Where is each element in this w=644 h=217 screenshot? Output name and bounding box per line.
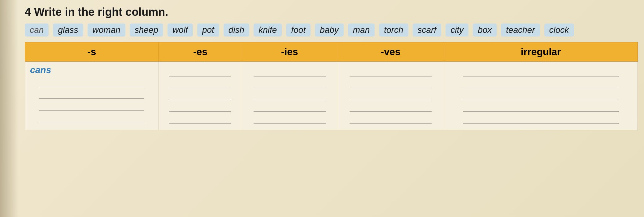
answer-line[interactable]: [463, 91, 619, 100]
answer-line[interactable]: [39, 78, 144, 87]
word-chip-box: box: [473, 24, 497, 37]
column-body-ies: [242, 62, 337, 130]
word-chip-woman: woman: [88, 24, 125, 37]
word-chip-baby: baby: [315, 24, 344, 37]
column-body-s: cans: [25, 62, 159, 130]
example-text: cans: [30, 65, 154, 75]
word-chip-glass: glass: [53, 24, 83, 37]
answer-line[interactable]: [169, 68, 232, 76]
answer-table: -s-es-ies-vesirregular cans: [25, 42, 638, 130]
words-bank: canglasswomansheepwolfpotdishknifefootba…: [25, 24, 638, 37]
answer-line[interactable]: [463, 115, 619, 124]
word-chip-can: can: [25, 24, 49, 37]
answer-line[interactable]: [463, 68, 619, 76]
word-chip-man: man: [348, 24, 375, 37]
exercise-title: 4 Write in the right column.: [25, 3, 638, 19]
word-chip-sheep: sheep: [130, 24, 163, 37]
answer-line[interactable]: [463, 103, 619, 112]
answer-line[interactable]: [350, 115, 432, 124]
answer-line[interactable]: [463, 80, 619, 88]
word-chip-dish: dish: [224, 24, 249, 37]
word-chip-torch: torch: [379, 24, 408, 37]
answer-line[interactable]: [169, 115, 232, 124]
answer-line[interactable]: [254, 80, 326, 88]
main-content: 4 Write in the right column. canglasswom…: [19, 0, 644, 217]
word-chip-scarf: scarf: [413, 24, 442, 37]
answer-line[interactable]: [39, 90, 144, 99]
answer-line[interactable]: [350, 80, 432, 88]
word-chip-wolf: wolf: [168, 24, 193, 37]
column-body-es: [159, 62, 242, 130]
answer-line[interactable]: [169, 91, 232, 100]
answer-line[interactable]: [169, 80, 232, 88]
word-chip-foot: foot: [286, 24, 311, 37]
answer-line[interactable]: [254, 91, 326, 100]
left-shadow: [0, 0, 19, 217]
word-chip-pot: pot: [197, 24, 219, 37]
column-header-es: -es: [159, 42, 242, 62]
column-header-ies: -ies: [242, 42, 337, 62]
answer-line[interactable]: [350, 103, 432, 112]
column-header-s: -s: [25, 42, 159, 62]
word-chip-knife: knife: [254, 24, 282, 37]
answer-line[interactable]: [254, 103, 326, 112]
word-chip-teacher: teacher: [501, 24, 540, 37]
answer-line[interactable]: [39, 102, 144, 111]
answer-line[interactable]: [169, 103, 232, 112]
column-header-ves: -ves: [337, 42, 444, 62]
answer-line[interactable]: [254, 68, 326, 76]
word-chip-city: city: [446, 24, 468, 37]
word-chip-clock: clock: [544, 24, 574, 37]
answer-line[interactable]: [254, 115, 326, 124]
answer-line[interactable]: [350, 68, 432, 76]
column-body-ves: [337, 62, 444, 130]
column-header-irregular: irregular: [444, 42, 637, 62]
column-body-irregular: [444, 62, 637, 130]
answer-line[interactable]: [39, 114, 144, 122]
answer-line[interactable]: [350, 91, 432, 100]
